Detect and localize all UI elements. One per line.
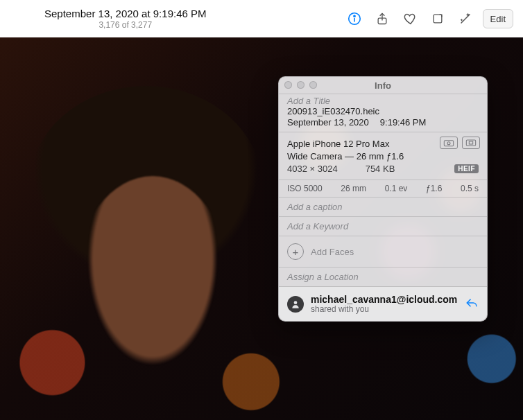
filename: 200913_iE032470.heic [287,106,479,116]
minimize-icon[interactable] [297,81,305,89]
zoom-icon[interactable] [309,81,317,89]
rotate-button[interactable] [425,8,451,30]
exif-focal: 26 mm [341,184,366,193]
edit-button[interactable]: Edit [483,9,513,28]
svg-rect-8 [469,141,472,144]
title-block: September 13, 2020 at 9:19:46 PM 3,176 o… [44,8,207,30]
favorite-button[interactable] [397,8,423,30]
auto-enhance-button[interactable] [452,8,479,30]
photo-counter: 3,176 of 3,277 [44,20,207,30]
exif-aperture: ƒ1.6 [426,184,442,193]
info-panel: Info Add a Title 200913_iE032470.heic Se… [278,76,488,322]
svg-rect-7 [466,140,475,146]
exif-iso: ISO 5000 [287,184,323,193]
svg-rect-4 [434,15,442,23]
exif-ev: 0.1 ev [385,184,408,193]
keyword-field[interactable]: Add a Keyword [279,216,487,236]
svg-rect-5 [444,141,453,146]
edit-button-label: Edit [490,14,506,24]
location-field[interactable]: Assign a Location [279,267,487,286]
photo-timestamp: September 13, 2020 at 9:19:46 PM [44,8,207,19]
camera-block: Apple iPhone 12 Pro Max Wide Camera — 26… [279,132,487,180]
info-button[interactable] [341,8,368,30]
add-faces-row[interactable]: + Add Faces [279,236,487,267]
shared-subtitle: shared with you [311,304,457,314]
window-controls[interactable] [284,81,317,89]
exif-row: ISO 5000 26 mm 0.1 ev ƒ1.6 0.5 s [279,180,487,197]
format-badge: HEIF [454,164,479,173]
info-window-title: Info [375,80,391,91]
svg-point-1 [353,15,354,17]
close-icon[interactable] [284,81,292,89]
photo-date: September 13, 2020 [287,117,369,128]
filesize: 754 KB [366,164,395,174]
exif-shutter: 0.5 s [461,184,479,193]
shared-row: michael_cavanna1@icloud.com shared with … [279,286,487,321]
reply-icon[interactable] [465,297,479,311]
add-faces-label: Add Faces [311,247,354,257]
metering-icon[interactable] [462,137,480,149]
svg-point-9 [294,301,298,304]
toolbar: September 13, 2020 at 9:19:46 PM 3,176 o… [0,0,523,37]
share-button[interactable] [369,8,395,30]
avatar-icon [287,296,304,313]
photo-content [76,176,229,384]
shared-by: michael_cavanna1@icloud.com [311,294,457,305]
camera-lens: Wide Camera — 26 mm ƒ1.6 [287,150,479,163]
svg-point-6 [447,142,450,145]
caption-field[interactable]: Add a caption [279,197,487,216]
photo-time: 9:19:46 PM [380,117,427,128]
white-balance-icon[interactable] [440,137,458,149]
plus-icon[interactable]: + [287,243,304,260]
dimensions: 4032 × 3024 [287,164,338,174]
title-field[interactable]: Add a Title [287,96,479,106]
info-titlebar[interactable]: Info [279,77,487,94]
